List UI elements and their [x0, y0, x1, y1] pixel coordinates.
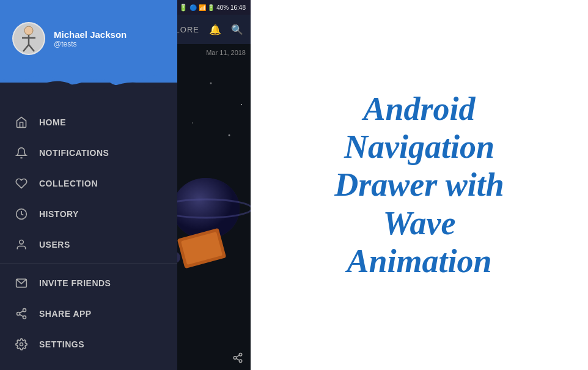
nav-divider: [0, 264, 177, 264]
svg-point-10: [23, 316, 26, 319]
svg-point-26: [239, 353, 242, 357]
date-stamp: Mar 11, 2018: [206, 49, 246, 56]
svg-point-21: [172, 178, 240, 239]
title-line1: Android: [363, 91, 475, 127]
svg-point-28: [239, 360, 242, 363]
nav-label-collection: COLLECTION: [39, 179, 98, 188]
svg-point-8: [23, 309, 26, 312]
user-text-block: Michael Jackson @tests: [54, 29, 127, 48]
user-info: Michael Jackson @tests: [12, 22, 165, 55]
mail-icon: [15, 276, 28, 290]
drawer-header: Michael Jackson @tests: [0, 0, 177, 83]
title-line5: Animation: [347, 243, 491, 279]
avatar: [12, 22, 45, 55]
nav-label-invite: INVITE FRIENDS: [39, 278, 111, 288]
svg-point-18: [192, 122, 193, 124]
svg-point-19: [229, 134, 230, 136]
clock-icon: [15, 207, 28, 221]
svg-point-17: [241, 104, 242, 105]
title-line4: Wave: [383, 205, 456, 242]
nav-label-home: HOME: [39, 117, 66, 127]
nav-item-users[interactable]: USERS: [0, 229, 177, 260]
svg-point-13: [20, 343, 23, 346]
heart-icon: [15, 177, 28, 190]
svg-line-3: [23, 45, 29, 51]
nav-label-notifications: NOTIFICATIONS: [39, 148, 109, 158]
battery-percent: 🔵 📶 🔋 40% 16:48: [189, 4, 246, 11]
user-name: Michael Jackson: [54, 29, 127, 40]
home-icon: [15, 116, 28, 129]
nav-label-history: HISTORY: [39, 209, 79, 219]
nav-item-home[interactable]: HOME: [0, 107, 177, 138]
wave-animation: [0, 64, 177, 101]
svg-line-12: [20, 311, 23, 313]
svg-point-9: [17, 313, 20, 316]
nav-item-notifications[interactable]: NOTIFICATIONS: [0, 138, 177, 168]
title-line2: Navigation: [344, 128, 494, 165]
nav-item-share[interactable]: SHARE APP: [0, 298, 177, 329]
nav-label-settings: SETTINGS: [39, 339, 84, 349]
bell-icon: [15, 146, 28, 160]
svg-point-0: [24, 26, 33, 35]
nav-item-invite[interactable]: INVITE FRIENDS: [0, 268, 177, 298]
nav-item-collection[interactable]: COLLECTION: [0, 168, 177, 199]
search-toolbar-icon[interactable]: 🔍: [231, 24, 243, 35]
nav-item-settings[interactable]: SETTINGS: [0, 329, 177, 360]
phone-mockup: 💬 ⬛ ✦ 📶 🔋 🔵 📶 🔋 40% 16:48: [0, 0, 251, 370]
share-bottom-icon[interactable]: [232, 352, 243, 366]
gear-icon: [15, 338, 28, 351]
bell-toolbar-icon[interactable]: 🔔: [209, 24, 221, 35]
nav-label-users: USERS: [39, 240, 70, 250]
nav-item-history[interactable]: HISTORY: [0, 199, 177, 229]
main-title: Android Navigation Drawer with Wave Anim…: [334, 90, 504, 279]
svg-point-16: [210, 82, 212, 84]
svg-line-4: [29, 45, 34, 51]
user-handle: @tests: [54, 40, 127, 48]
user-icon: [15, 238, 28, 251]
battery-icon: 🔋: [179, 4, 188, 12]
svg-line-30: [236, 355, 239, 357]
title-panel: Android Navigation Drawer with Wave Anim…: [251, 0, 588, 370]
share-icon: [15, 307, 28, 320]
navigation-drawer: Michael Jackson @tests: [0, 0, 177, 370]
svg-point-27: [233, 357, 237, 360]
svg-line-11: [20, 314, 23, 316]
svg-line-29: [236, 358, 239, 360]
nav-label-share: SHARE APP: [39, 309, 92, 319]
svg-point-6: [20, 240, 24, 245]
drawer-nav: HOME NOTIFICATIONS COLLECTION: [0, 107, 177, 370]
title-line3: Drawer with: [334, 166, 504, 203]
